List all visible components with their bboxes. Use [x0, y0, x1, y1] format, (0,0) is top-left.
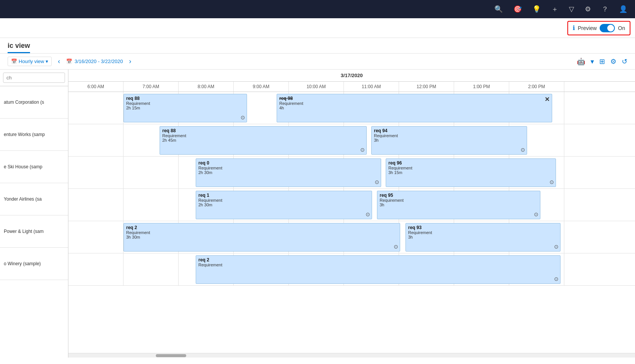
search-icon[interactable]: 🔍: [494, 5, 503, 13]
time-header-0: 6:00 AM: [68, 82, 124, 92]
time-slot-2-0: [68, 157, 124, 188]
drag-icon: ⊙: [549, 179, 554, 185]
appt-type: Requirement: [408, 230, 558, 235]
appt-duration: 2h 45m: [162, 138, 364, 142]
time-slot-5-1: [124, 253, 179, 285]
calendar-area: 3/17/2020 6:00 AM 7:00 AM 8:00 AM 9:00 A…: [68, 70, 635, 358]
toolbar: 📅 Hourly view ▾ ‹ 📅 3/16/2020 - 3/22/202…: [0, 54, 635, 70]
page-title: ic view: [8, 42, 30, 53]
time-header-8: 2:00 PM: [509, 82, 564, 92]
top-navigation: 🔍 🎯 💡 ＋ ▽ ⚙ ？ 👤: [0, 0, 635, 18]
time-slot-4-0: [68, 221, 124, 253]
appt-title: req 2: [198, 257, 558, 263]
appointment-appt-5[interactable]: req 0Requirement2h 30m⊙: [196, 158, 381, 187]
appt-type: Requirement: [198, 198, 369, 203]
settings-icon[interactable]: ⚙: [585, 5, 591, 13]
preview-bar: ℹ Preview On: [0, 18, 635, 38]
time-header-6: 12:00 PM: [399, 82, 454, 92]
time-header-1: 7:00 AM: [124, 82, 179, 92]
scheduler-container: atum Corporation (s enture Works (samp e…: [0, 70, 635, 358]
appointment-appt-6[interactable]: req 96Requirement3h 15m⊙: [386, 158, 556, 187]
sidebar-search-area: [0, 70, 68, 86]
settings-icon-2[interactable]: ⚙: [610, 57, 616, 66]
appt-title: req 95: [380, 193, 538, 198]
drag-icon: ⊙: [241, 114, 245, 120]
appt-duration: 3h 30m: [126, 235, 397, 239]
calendar-row-0: req 88Requirement2h 15m⊙req 98Requiremen…: [68, 92, 635, 124]
horizontal-scrollbar[interactable]: [68, 353, 635, 358]
grid-icon[interactable]: ⊞: [599, 57, 605, 66]
appointment-appt-7[interactable]: req 1Requirement2h 30m⊙: [196, 191, 372, 219]
appt-title: req 2: [126, 225, 397, 230]
hourly-view-button[interactable]: 📅 Hourly view ▾: [8, 57, 52, 66]
preview-toggle[interactable]: [600, 24, 615, 32]
sidebar: atum Corporation (s enture Works (samp e…: [0, 70, 68, 358]
target-icon[interactable]: 🎯: [513, 5, 522, 13]
chevron-down-icon: ▾: [46, 59, 48, 64]
appt-duration: 3h: [380, 203, 538, 207]
appt-title: req 96: [388, 160, 553, 166]
appt-duration: 4h: [279, 106, 549, 110]
calendar-icon-2: 📅: [66, 59, 72, 64]
calendar-body: req 88Requirement2h 15m⊙req 98Requiremen…: [68, 92, 635, 353]
refresh-icon[interactable]: ↺: [622, 57, 627, 66]
appt-duration: 2h 15m: [126, 106, 244, 110]
help-icon[interactable]: ？: [602, 5, 608, 14]
scroll-thumb[interactable]: [156, 354, 186, 357]
calendar-row-1: req 88Requirement2h 45m⊙req 94Requiremen…: [68, 124, 635, 157]
time-slot-5-0: [68, 253, 124, 285]
preview-on-label: On: [618, 25, 625, 31]
appt-type: Requirement: [198, 166, 378, 170]
drag-icon: ⊙: [554, 244, 559, 250]
appt-duration: 3h: [408, 235, 558, 239]
time-header-7: 1:00 PM: [454, 82, 509, 92]
lightbulb-icon[interactable]: 💡: [532, 5, 541, 13]
date-range-text: 3/16/2020 - 3/22/2020: [74, 59, 123, 64]
user-icon[interactable]: 👤: [619, 5, 627, 13]
date-range: 📅 3/16/2020 - 3/22/2020: [66, 59, 123, 64]
time-slot-3-1: [124, 189, 179, 221]
time-slot-3-0: [68, 189, 124, 221]
appt-duration: 2h 30m: [198, 203, 369, 207]
prev-arrow-button[interactable]: ‹: [55, 57, 62, 66]
sidebar-row-0: atum Corporation (s: [0, 86, 68, 119]
add-icon[interactable]: ＋: [551, 5, 558, 14]
drag-icon: ⊙: [521, 147, 525, 153]
time-slot-1-0: [68, 124, 124, 156]
time-header-5: 11:00 AM: [344, 82, 399, 92]
appointment-appt-11[interactable]: req 2Requirement⊙: [196, 255, 561, 284]
calendar-row-2: req 0Requirement2h 30m⊙req 96Requirement…: [68, 157, 635, 189]
toggle-knob: [607, 25, 614, 32]
calendar-row-3: req 1Requirement2h 30m⊙req 95Requirement…: [68, 189, 635, 221]
calendar-row-4: req 2Requirement3h 30m⊙req 93Requirement…: [68, 221, 635, 253]
drag-icon: ⊙: [375, 179, 379, 185]
resource-icon[interactable]: 🤖: [577, 57, 585, 66]
appt-duration: 3h: [374, 138, 524, 142]
appointment-appt-8[interactable]: req 95Requirement3h⊙: [377, 191, 540, 219]
appointment-appt-3[interactable]: req 88Requirement2h 45m⊙: [160, 126, 367, 155]
appointment-appt-1[interactable]: req 88Requirement2h 15m⊙: [124, 94, 247, 122]
appt-duration: 2h 30m: [198, 170, 378, 175]
info-icon: ℹ: [573, 24, 575, 32]
appointment-appt-10[interactable]: req 93Requirement3h⊙: [405, 223, 561, 252]
drag-icon: ⊙: [360, 147, 365, 153]
page-title-area: ic view: [0, 38, 635, 54]
search-input[interactable]: [3, 73, 65, 83]
appt-title: req 93: [408, 225, 558, 230]
time-header-2: 8:00 AM: [179, 82, 234, 92]
next-arrow-button[interactable]: ›: [127, 57, 133, 66]
appointment-appt-9[interactable]: req 2Requirement3h 30m⊙: [124, 223, 400, 252]
appt-type: Requirement: [279, 101, 549, 106]
chevron-down-icon-2[interactable]: ▾: [591, 57, 594, 66]
appointment-appt-2[interactable]: req 98Requirement4h✕: [277, 94, 552, 122]
sidebar-row-5: o Winery (sample): [0, 248, 68, 280]
filter-icon[interactable]: ▽: [569, 5, 574, 13]
preview-label: Preview: [578, 25, 597, 31]
appointment-appt-4[interactable]: req 94Requirement3h⊙: [371, 126, 527, 155]
close-icon[interactable]: ✕: [545, 96, 549, 103]
hourly-view-label: Hourly view: [19, 59, 44, 64]
appt-title: req 88: [162, 128, 364, 133]
appt-type: Requirement: [374, 133, 524, 138]
appt-type: Requirement: [380, 198, 538, 203]
appt-title: req 88: [126, 96, 244, 101]
